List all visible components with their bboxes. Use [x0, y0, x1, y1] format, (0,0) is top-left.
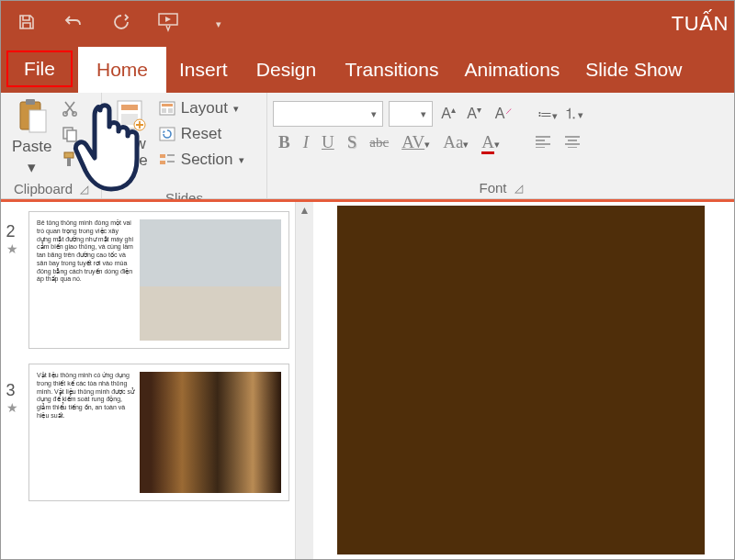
bold-button[interactable]: B [278, 132, 290, 152]
svg-rect-20 [160, 161, 165, 164]
svg-rect-3 [29, 110, 46, 132]
layout-button[interactable]: Layout [157, 97, 246, 119]
svg-rect-21 [167, 154, 175, 156]
svg-rect-8 [64, 152, 74, 158]
ribbon-tabs: File Home Insert Design Transitions Anim… [1, 47, 734, 93]
bullets-icon[interactable]: ≔▾ [537, 106, 558, 123]
chevron-down-icon: ▾ [28, 158, 36, 177]
svg-rect-15 [162, 104, 173, 106]
ribbon: Paste ▾ Clipboard ◿ [1, 93, 734, 199]
tab-insert[interactable]: Insert [166, 47, 241, 93]
change-case-button[interactable]: Aa▾ [443, 132, 469, 152]
transition-star-icon: ★ [6, 400, 18, 415]
quick-access-toolbar: ▾ [17, 12, 221, 37]
font-name-combo[interactable]: ▾ [273, 101, 383, 127]
group-clipboard: Paste ▾ Clipboard ◿ [1, 93, 102, 198]
group-font: ▾ ▾ A▴ A▾ A⟋ ≔▾ ⒈▾ B I U S abc AV▾ Aa▾ A… [267, 93, 734, 198]
tab-design[interactable]: Design [241, 47, 333, 93]
tab-animations[interactable]: Animations [451, 47, 572, 93]
start-from-beginning-icon[interactable] [157, 12, 181, 37]
dialog-launcher-icon[interactable]: ◿ [80, 183, 88, 196]
clear-formatting-icon[interactable]: A⟋ [490, 106, 510, 122]
font-size-combo[interactable]: ▾ [389, 101, 433, 127]
slide-thumbnail-3[interactable]: Vật liệu thông minh có ứng dụng trong th… [28, 364, 289, 501]
chevron-down-icon: ▾ [126, 167, 134, 186]
strikethrough-button[interactable]: abc [369, 135, 389, 151]
transition-star-icon: ★ [6, 241, 18, 256]
scrollbar[interactable]: ▲ [295, 202, 313, 560]
align-center-icon[interactable] [564, 132, 581, 152]
text-shadow-button[interactable]: S [347, 132, 357, 152]
tab-transitions[interactable]: Transitions [333, 47, 452, 93]
work-area: 2 ★ 3 ★ Bê tông thông minh đóng một vai … [1, 199, 734, 560]
slide-numbers: 2 ★ 3 ★ [1, 207, 23, 560]
format-painter-icon[interactable] [61, 151, 79, 169]
svg-rect-18 [160, 128, 175, 140]
align-left-icon[interactable] [535, 132, 551, 152]
group-label-font: Font ◿ [273, 178, 729, 198]
reset-button[interactable]: Reset [157, 123, 246, 145]
paste-label: Paste [12, 138, 51, 156]
section-button[interactable]: Section [157, 149, 246, 171]
cut-icon[interactable] [61, 99, 79, 118]
redo-icon[interactable] [111, 13, 130, 36]
new-slide-label: New Slide [113, 136, 148, 169]
thumbnail-text: Bê tông thông minh đóng một vai trò quan… [37, 219, 134, 341]
svg-rect-19 [160, 154, 165, 158]
dialog-launcher-icon[interactable]: ◿ [514, 182, 523, 195]
svg-rect-17 [168, 108, 173, 113]
undo-icon[interactable] [63, 13, 84, 36]
underline-button[interactable]: U [322, 132, 334, 152]
slide-number-3: 3 [6, 381, 18, 400]
slide-panel: 2 ★ 3 ★ Bê tông thông minh đóng một vai … [1, 202, 295, 560]
tab-slideshow[interactable]: Slide Show [572, 47, 695, 93]
svg-rect-22 [167, 161, 175, 162]
increase-font-icon[interactable]: A▴ [438, 105, 458, 122]
svg-rect-11 [121, 105, 138, 110]
scroll-up-icon[interactable]: ▲ [300, 204, 311, 560]
svg-rect-9 [67, 158, 71, 166]
italic-button[interactable]: I [303, 132, 309, 152]
group-slides: New Slide ▾ Layout Reset Section Slide [102, 93, 267, 198]
character-spacing-button[interactable]: AV▾ [401, 132, 430, 152]
copy-icon[interactable] [61, 125, 79, 143]
tab-file[interactable]: File [6, 50, 73, 87]
svg-rect-2 [26, 99, 35, 105]
thumbnail-image-airplane [140, 219, 281, 341]
save-icon[interactable] [17, 13, 36, 36]
font-color-button[interactable]: A▾ [481, 132, 500, 152]
tab-home[interactable]: Home [78, 47, 166, 93]
slide-editor[interactable] [313, 202, 734, 560]
title-bar: ▾ TUẤN [1, 1, 734, 47]
paste-button[interactable]: Paste ▾ [6, 95, 57, 179]
decrease-font-icon[interactable]: A▾ [464, 105, 484, 122]
numbering-icon[interactable]: ⒈▾ [563, 105, 583, 124]
current-slide[interactable] [337, 206, 705, 554]
new-slide-button[interactable]: New Slide ▾ [107, 95, 153, 188]
customize-qat-icon[interactable]: ▾ [216, 18, 221, 30]
svg-rect-7 [67, 130, 76, 141]
thumbnail-image-hall [140, 372, 281, 493]
slide-number-2: 2 [6, 222, 18, 241]
svg-rect-16 [162, 108, 166, 113]
group-label-clipboard: Clipboard ◿ [6, 179, 96, 199]
slide-thumbnail-2[interactable]: Bê tông thông minh đóng một vai trò quan… [28, 211, 289, 349]
thumbnail-text: Vật liệu thông minh có ứng dụng trong th… [37, 372, 134, 493]
account-username: TUẤN [672, 12, 734, 36]
